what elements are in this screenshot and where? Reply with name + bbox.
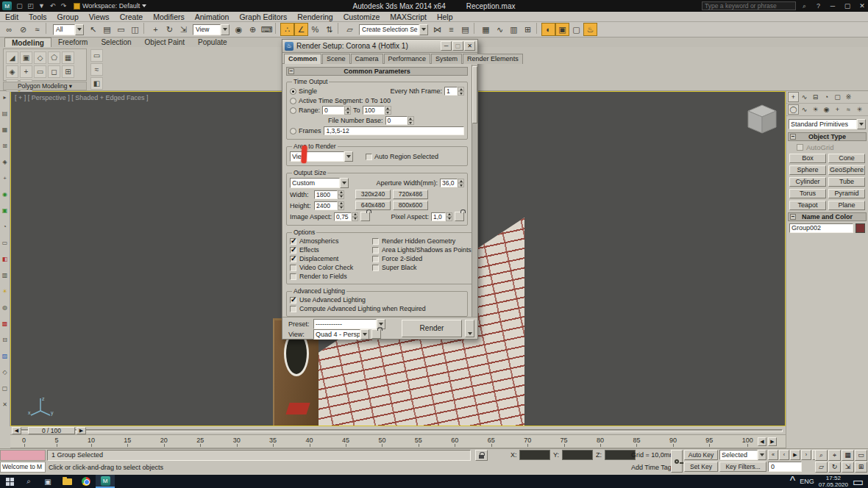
- left-toolbar-icon[interactable]: ✕: [1, 400, 10, 409]
- geometry-category-icon[interactable]: ◯: [788, 104, 799, 115]
- zoom-extents-icon[interactable]: ▦: [842, 450, 854, 461]
- schematic-view-icon[interactable]: ⊞: [521, 23, 535, 36]
- close-button[interactable]: ✕: [856, 1, 868, 11]
- left-toolbar-icon[interactable]: ◧: [1, 254, 10, 263]
- next-frame-button[interactable]: ›: [801, 450, 811, 460]
- mirror-icon[interactable]: ⋈: [430, 23, 444, 36]
- help-icon[interactable]: ?: [813, 1, 824, 11]
- taskbar-search-icon[interactable]: ⌕: [19, 475, 38, 488]
- tray-expand-icon[interactable]: ^: [790, 475, 796, 488]
- go-to-start-button[interactable]: «: [768, 450, 778, 460]
- primitive-button[interactable]: Tube: [828, 177, 865, 187]
- track-bar[interactable]: 0510152025303540455055606570758085909510…: [10, 435, 786, 448]
- option-checkbox[interactable]: Area Lights/Shadows as Points: [372, 246, 472, 254]
- ribbon-tab[interactable]: Populate: [191, 37, 233, 47]
- left-toolbar-icon[interactable]: ◈: [1, 157, 10, 166]
- motion-tab-icon[interactable]: ◔: [821, 92, 832, 102]
- angle-snap-icon[interactable]: ∠: [294, 23, 308, 36]
- single-radio[interactable]: [290, 88, 296, 95]
- time-slider-track[interactable]: [12, 429, 783, 432]
- left-toolbar-icon[interactable]: ◇: [1, 367, 10, 376]
- option-checkbox[interactable]: Super Black: [372, 264, 472, 271]
- option-checkbox[interactable]: Atmospherics: [290, 237, 372, 245]
- range-end-spinner[interactable]: 100: [363, 106, 391, 115]
- time-slider-handle[interactable]: 0 / 100: [28, 427, 75, 434]
- menu-item[interactable]: Animation: [190, 12, 235, 22]
- left-toolbar-icon[interactable]: ⊞: [1, 141, 10, 150]
- ribbon-tool-icon[interactable]: ◈: [6, 65, 18, 78]
- graphite-ribbon-icon[interactable]: ▦: [479, 23, 493, 36]
- selection-filter-dropdown[interactable]: All: [53, 24, 84, 35]
- select-and-link-icon[interactable]: ∞: [2, 23, 16, 36]
- area-to-render-dropdown[interactable]: View: [290, 151, 353, 162]
- toolbar-icon[interactable]: [46, 23, 49, 34]
- option-checkbox[interactable]: Displacement: [290, 255, 372, 262]
- viewport-lock-button[interactable]: [371, 329, 381, 339]
- menu-item[interactable]: Group: [52, 12, 84, 22]
- 3dsmax-taskbar-icon[interactable]: M: [96, 475, 115, 488]
- dialog-maximize-button[interactable]: ▢: [452, 41, 463, 51]
- cameras-category-icon[interactable]: ◉: [821, 104, 832, 115]
- left-toolbar-icon[interactable]: ▥: [1, 270, 10, 279]
- range-radio[interactable]: [290, 107, 296, 114]
- primitive-button[interactable]: GeoSphere: [828, 165, 865, 175]
- select-by-name-icon[interactable]: ▤: [100, 23, 114, 36]
- left-toolbar-icon[interactable]: +: [1, 173, 10, 182]
- bind-to-space-warp-icon[interactable]: ≈: [30, 23, 44, 36]
- render-production-icon[interactable]: ♨: [583, 23, 597, 36]
- reference-coordinate-dropdown[interactable]: View: [193, 24, 230, 35]
- redo-icon[interactable]: ↷: [58, 1, 69, 11]
- toolbar-icon[interactable]: [143, 23, 147, 34]
- curve-editor-icon[interactable]: ∿: [493, 23, 507, 36]
- render-setup-icon[interactable]: ▣: [555, 23, 569, 36]
- language-indicator[interactable]: ENG: [800, 478, 814, 485]
- task-view-icon[interactable]: ▣: [38, 475, 57, 488]
- lights-category-icon[interactable]: ☀: [810, 104, 821, 115]
- display-tab-icon[interactable]: ▢: [832, 92, 843, 102]
- space-warps-category-icon[interactable]: ≈: [843, 104, 854, 115]
- pan-icon[interactable]: ▱: [815, 462, 828, 473]
- height-spinner[interactable]: 2400: [314, 201, 344, 210]
- create-tab-icon[interactable]: +: [788, 92, 799, 102]
- file-explorer-icon[interactable]: [57, 475, 77, 488]
- search-icon[interactable]: ⌕: [799, 1, 810, 11]
- primitive-button[interactable]: Teapot: [789, 201, 826, 210]
- option-checkbox[interactable]: Use Advanced Lighting: [290, 296, 464, 304]
- ribbon-tool-icon[interactable]: +: [20, 65, 32, 78]
- taskbar-clock[interactable]: 17:5207.05.2020: [819, 475, 848, 488]
- x-coordinate-field[interactable]: [519, 450, 550, 460]
- hierarchy-tab-icon[interactable]: ⊟: [810, 92, 821, 102]
- align-icon[interactable]: ≡: [444, 23, 458, 36]
- dialog-close-button[interactable]: ✕: [464, 41, 475, 51]
- left-toolbar-icon[interactable]: ▢: [1, 384, 10, 392]
- left-toolbar-icon[interactable]: ☀: [1, 287, 10, 295]
- maximize-button[interactable]: ▢: [842, 1, 853, 11]
- render-mode-arrow[interactable]: [465, 320, 474, 337]
- scrollbar-thumb[interactable]: [472, 66, 477, 123]
- viewport-label[interactable]: [ + ] [ Perspective ] [ Shaded + Edged F…: [15, 94, 149, 101]
- pixel-aspect-spinner[interactable]: 1,0: [431, 212, 452, 221]
- option-checkbox[interactable]: Render Hidden Geometry: [372, 237, 472, 245]
- dialog-scrollbar[interactable]: [472, 65, 477, 317]
- systems-category-icon[interactable]: ✳: [854, 104, 865, 115]
- viewcube-gizmo[interactable]: [745, 104, 779, 139]
- zoom-icon[interactable]: ⌕: [815, 450, 828, 461]
- ribbon-tab[interactable]: Freeform: [51, 37, 95, 47]
- dialog-tab[interactable]: System: [431, 54, 462, 64]
- left-toolbar-icon[interactable]: ◉: [1, 190, 10, 198]
- menu-item[interactable]: Tools: [24, 12, 52, 22]
- preset-dropdown[interactable]: ------------: [313, 319, 385, 329]
- aperture-width-spinner[interactable]: 36,0: [440, 179, 464, 187]
- output-size-preset-dropdown[interactable]: Custom: [290, 178, 349, 188]
- set-key-toggle[interactable]: [671, 450, 683, 473]
- help-search-input[interactable]: [702, 1, 796, 10]
- polygon-modeling-panel-title[interactable]: Polygon Modeling ▾: [3, 82, 87, 90]
- resolution-800x600-button[interactable]: 800x600: [393, 201, 428, 210]
- ribbon-tool-icon[interactable]: ≈: [90, 63, 103, 76]
- primitive-button[interactable]: Box: [789, 154, 826, 163]
- utilities-tab-icon[interactable]: ※: [843, 92, 854, 102]
- menu-item[interactable]: Graph Editors: [234, 12, 292, 22]
- object-type-rollout[interactable]: − Object Type: [788, 132, 867, 141]
- resolution-320x240-button[interactable]: 320x240: [355, 190, 391, 199]
- unlink-selection-icon[interactable]: ⊘: [16, 23, 30, 36]
